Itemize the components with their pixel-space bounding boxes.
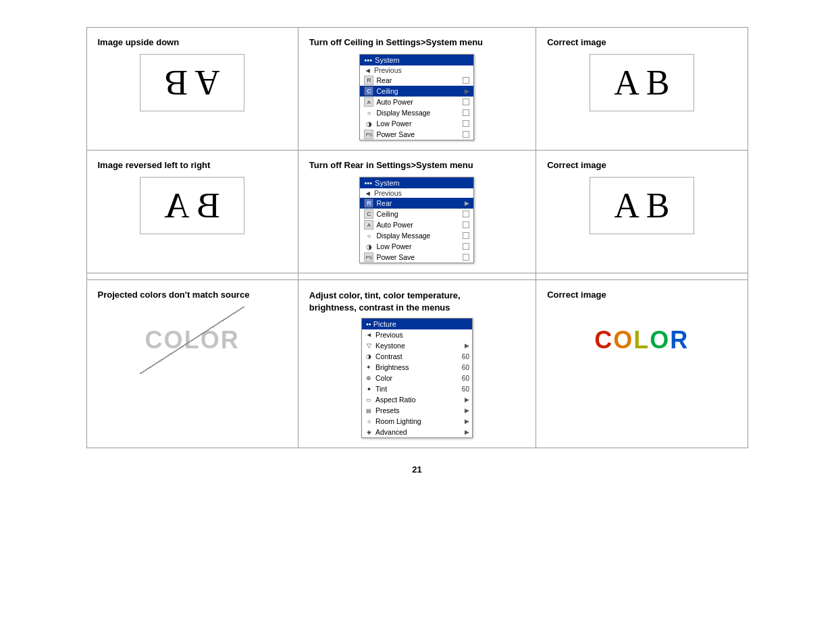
autopower-icon-2: A (364, 220, 373, 230)
solution-title-2: Turn off Rear in Settings>System menu (309, 160, 525, 170)
pic-title: Picture (373, 320, 396, 328)
correct-image-2: A B (547, 177, 736, 234)
pic-prev-label: Previous (375, 331, 469, 339)
problem-cell-1: Image upside down A B (86, 28, 298, 151)
display-icon-1: ○ (364, 108, 373, 117)
pic-item-color: ⊕ Color 60 (362, 373, 472, 383)
menu-item-ceiling-1: C Ceiling ▶ (360, 86, 473, 97)
pic-item-presets: ▤ Presets ▶ (362, 405, 472, 416)
pic-advanced-label: Advanced (375, 428, 463, 436)
rear-arrow-2: ▶ (465, 200, 469, 207)
menu-item-previous-2: ◄ Previous (360, 188, 473, 198)
spacer-3 (536, 273, 748, 280)
problem-cell-3: Projected colors don't match source COLO… (86, 280, 298, 448)
pic-item-tint: ● Tint 60 (362, 383, 472, 394)
pic-presets-icon: ▤ (365, 406, 373, 415)
display-label-1: Display Message (376, 109, 460, 117)
powersave-icon-2: PS (364, 252, 373, 262)
solution-title-3-text: Adjust color, tint, color temperature, (309, 290, 461, 300)
powersave-label-2: Power Save (376, 253, 460, 261)
lowpower-check-2 (463, 243, 469, 250)
pic-item-keystone: ▽ Keystone ▶ (362, 340, 472, 351)
pic-color-label: Color (375, 374, 460, 382)
ceiling-arrow-1: ▶ (465, 88, 469, 95)
color-wrong-text: COLOR (145, 326, 240, 354)
ceiling-label-2: Ceiling (376, 210, 460, 218)
pic-prev-icon: ◄ (365, 331, 373, 340)
correct-image-3: COLOR (547, 306, 736, 374)
ceiling-check-2 (463, 211, 469, 217)
correct-image-1: A B (547, 54, 736, 111)
pic-contrast-icon: ◑ (365, 352, 373, 361)
autopower-check-1 (463, 99, 469, 105)
autopower-label-2: Auto Power (376, 221, 460, 229)
table-row: Image upside down A B Turn off Ceiling i… (86, 28, 748, 151)
pic-item-previous: ◄ Previous (362, 329, 472, 340)
rear-check-1 (463, 77, 469, 84)
pic-color-val: 60 (462, 375, 469, 382)
pic-brightness-label: Brightness (375, 363, 460, 371)
rear-label-2: Rear (376, 199, 462, 207)
menu-item-rear-2: R Rear ▶ (360, 198, 473, 209)
pic-aspect-arrow: ▶ (465, 396, 469, 403)
solution-title-3-text2: brightness, contrast in the menus (309, 302, 450, 313)
powersave-icon-1: PS (364, 130, 373, 139)
lowpower-label-1: Low Power (376, 119, 460, 128)
pic-keystone-label: Keystone (375, 342, 463, 350)
menu-dots-1: ••• (364, 56, 372, 64)
pic-brightness-icon: ✦ (365, 363, 373, 372)
problem-image-1: A B (98, 54, 287, 111)
pic-tint-val: 60 (462, 385, 469, 393)
menu-item-lowpower-1: ◑ Low Power (360, 118, 473, 129)
rear-icon-2: R (364, 198, 373, 208)
pic-item-advanced: ◈ Advanced ▶ (362, 427, 472, 437)
powersave-label-1: Power Save (376, 130, 460, 138)
pic-menu-header: •• Picture (362, 319, 472, 329)
menu-item-ceiling-2: C Ceiling (360, 209, 473, 219)
solution-cell-2: Turn off Rear in Settings>System menu ••… (298, 151, 536, 273)
color-correct-box: COLOR (590, 306, 694, 374)
pic-keystone-arrow: ▶ (465, 342, 469, 349)
pic-item-brightness: ✦ Brightness 60 (362, 362, 472, 373)
menu-header-2: ••• System (360, 178, 473, 188)
powersave-check-2 (463, 254, 469, 261)
pic-presets-arrow: ▶ (465, 407, 469, 414)
prev-label-2: Previous (374, 189, 470, 197)
autopower-check-2 (463, 221, 469, 228)
pic-item-roomlighting: ☼ Room Lighting ▶ (362, 416, 472, 427)
menu-header-1: ••• System (360, 55, 473, 65)
correct-title-2: Correct image (547, 160, 736, 170)
page-number: 21 (412, 464, 421, 475)
correct-title-3: Correct image (547, 290, 736, 300)
ab-upside-down: A B (140, 54, 244, 111)
correct-title-1: Correct image (547, 37, 736, 47)
solution-title-3: Adjust color, tint, color temperature, b… (309, 290, 525, 314)
prev-label-1: Previous (374, 66, 470, 74)
pic-tint-icon: ● (365, 385, 373, 394)
solution-cell-3: Adjust color, tint, color temperature, b… (298, 280, 536, 448)
pic-contrast-val: 60 (462, 353, 469, 360)
ab-normal-2: A B (590, 177, 694, 234)
pic-contrast-label: Contrast (375, 352, 460, 360)
problem-title-2: Image reversed left to right (98, 160, 287, 170)
menu-item-display-2: ○ Display Message (360, 230, 473, 241)
troubleshooting-table: Image upside down A B Turn off Ceiling i… (86, 27, 748, 448)
menu-item-autopower-1: A Auto Power (360, 97, 473, 107)
lowpower-icon-2: ◑ (364, 242, 373, 251)
menu-title-2: System (375, 179, 400, 187)
pic-advanced-arrow: ▶ (465, 429, 469, 435)
pic-aspect-icon: ▭ (365, 396, 373, 404)
menu-item-powersave-1: PS Power Save (360, 129, 473, 140)
rear-label-1: Rear (376, 76, 460, 84)
problem-image-3: COLOR (98, 306, 287, 374)
pic-room-icon: ☼ (365, 417, 373, 426)
pic-aspect-label: Aspect Ratio (375, 396, 463, 404)
menu-item-rear-1: R Rear (360, 75, 473, 86)
problem-title-1: Image upside down (98, 37, 287, 47)
prev-icon-1: ◄ (364, 66, 371, 74)
ceiling-icon-1: C (364, 86, 373, 96)
pic-tint-label: Tint (375, 385, 460, 393)
correct-cell-1: Correct image A B (536, 28, 748, 151)
color-correct-text: COLOR (594, 326, 689, 354)
ceiling-icon-2: C (364, 209, 373, 219)
